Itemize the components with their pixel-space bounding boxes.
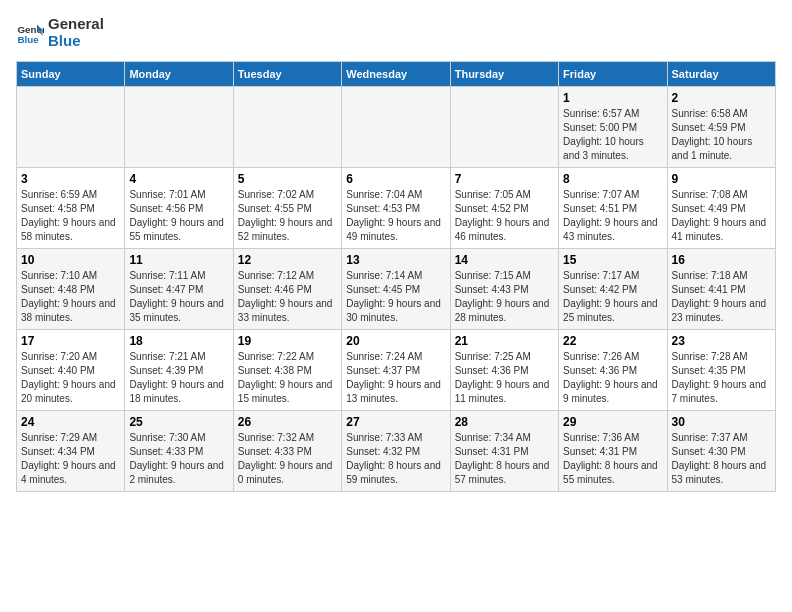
col-header-thursday: Thursday [450,62,558,87]
calendar-cell: 18Sunrise: 7:21 AM Sunset: 4:39 PM Dayli… [125,330,233,411]
day-number: 1 [563,91,662,105]
calendar-cell: 17Sunrise: 7:20 AM Sunset: 4:40 PM Dayli… [17,330,125,411]
calendar-week-5: 24Sunrise: 7:29 AM Sunset: 4:34 PM Dayli… [17,411,776,492]
logo: General Blue General Blue [16,16,104,49]
day-number: 22 [563,334,662,348]
calendar-cell: 21Sunrise: 7:25 AM Sunset: 4:36 PM Dayli… [450,330,558,411]
day-info: Sunrise: 6:57 AM Sunset: 5:00 PM Dayligh… [563,107,662,163]
day-number: 12 [238,253,337,267]
day-info: Sunrise: 7:29 AM Sunset: 4:34 PM Dayligh… [21,431,120,487]
calendar-week-4: 17Sunrise: 7:20 AM Sunset: 4:40 PM Dayli… [17,330,776,411]
col-header-sunday: Sunday [17,62,125,87]
logo-blue: Blue [48,33,104,50]
calendar-cell: 10Sunrise: 7:10 AM Sunset: 4:48 PM Dayli… [17,249,125,330]
day-info: Sunrise: 7:07 AM Sunset: 4:51 PM Dayligh… [563,188,662,244]
day-info: Sunrise: 7:01 AM Sunset: 4:56 PM Dayligh… [129,188,228,244]
col-header-saturday: Saturday [667,62,775,87]
calendar-week-1: 1Sunrise: 6:57 AM Sunset: 5:00 PM Daylig… [17,87,776,168]
day-info: Sunrise: 7:04 AM Sunset: 4:53 PM Dayligh… [346,188,445,244]
day-number: 13 [346,253,445,267]
day-info: Sunrise: 7:24 AM Sunset: 4:37 PM Dayligh… [346,350,445,406]
day-info: Sunrise: 7:10 AM Sunset: 4:48 PM Dayligh… [21,269,120,325]
calendar-cell: 12Sunrise: 7:12 AM Sunset: 4:46 PM Dayli… [233,249,341,330]
calendar-cell: 25Sunrise: 7:30 AM Sunset: 4:33 PM Dayli… [125,411,233,492]
day-info: Sunrise: 7:33 AM Sunset: 4:32 PM Dayligh… [346,431,445,487]
calendar-cell [17,87,125,168]
day-info: Sunrise: 7:14 AM Sunset: 4:45 PM Dayligh… [346,269,445,325]
calendar-cell: 28Sunrise: 7:34 AM Sunset: 4:31 PM Dayli… [450,411,558,492]
day-number: 30 [672,415,771,429]
calendar-cell: 14Sunrise: 7:15 AM Sunset: 4:43 PM Dayli… [450,249,558,330]
calendar-cell: 3Sunrise: 6:59 AM Sunset: 4:58 PM Daylig… [17,168,125,249]
calendar-cell: 22Sunrise: 7:26 AM Sunset: 4:36 PM Dayli… [559,330,667,411]
calendar-cell: 15Sunrise: 7:17 AM Sunset: 4:42 PM Dayli… [559,249,667,330]
calendar-cell: 26Sunrise: 7:32 AM Sunset: 4:33 PM Dayli… [233,411,341,492]
calendar-cell [125,87,233,168]
calendar-cell: 23Sunrise: 7:28 AM Sunset: 4:35 PM Dayli… [667,330,775,411]
calendar-cell: 2Sunrise: 6:58 AM Sunset: 4:59 PM Daylig… [667,87,775,168]
day-info: Sunrise: 7:02 AM Sunset: 4:55 PM Dayligh… [238,188,337,244]
day-info: Sunrise: 7:20 AM Sunset: 4:40 PM Dayligh… [21,350,120,406]
logo-general: General [48,16,104,33]
day-info: Sunrise: 7:15 AM Sunset: 4:43 PM Dayligh… [455,269,554,325]
day-number: 6 [346,172,445,186]
calendar-cell: 8Sunrise: 7:07 AM Sunset: 4:51 PM Daylig… [559,168,667,249]
day-info: Sunrise: 7:12 AM Sunset: 4:46 PM Dayligh… [238,269,337,325]
calendar-cell: 19Sunrise: 7:22 AM Sunset: 4:38 PM Dayli… [233,330,341,411]
day-info: Sunrise: 7:36 AM Sunset: 4:31 PM Dayligh… [563,431,662,487]
day-number: 17 [21,334,120,348]
calendar-cell: 4Sunrise: 7:01 AM Sunset: 4:56 PM Daylig… [125,168,233,249]
day-number: 19 [238,334,337,348]
day-info: Sunrise: 7:18 AM Sunset: 4:41 PM Dayligh… [672,269,771,325]
col-header-friday: Friday [559,62,667,87]
calendar-header-row: SundayMondayTuesdayWednesdayThursdayFrid… [17,62,776,87]
col-header-monday: Monday [125,62,233,87]
calendar-cell: 13Sunrise: 7:14 AM Sunset: 4:45 PM Dayli… [342,249,450,330]
calendar-cell: 20Sunrise: 7:24 AM Sunset: 4:37 PM Dayli… [342,330,450,411]
day-number: 20 [346,334,445,348]
day-info: Sunrise: 7:32 AM Sunset: 4:33 PM Dayligh… [238,431,337,487]
logo-icon: General Blue [16,19,44,47]
calendar-table: SundayMondayTuesdayWednesdayThursdayFrid… [16,61,776,492]
day-number: 10 [21,253,120,267]
day-info: Sunrise: 7:05 AM Sunset: 4:52 PM Dayligh… [455,188,554,244]
calendar-week-2: 3Sunrise: 6:59 AM Sunset: 4:58 PM Daylig… [17,168,776,249]
calendar-cell: 16Sunrise: 7:18 AM Sunset: 4:41 PM Dayli… [667,249,775,330]
day-number: 27 [346,415,445,429]
day-info: Sunrise: 7:21 AM Sunset: 4:39 PM Dayligh… [129,350,228,406]
calendar-cell: 24Sunrise: 7:29 AM Sunset: 4:34 PM Dayli… [17,411,125,492]
calendar-cell [233,87,341,168]
day-info: Sunrise: 7:11 AM Sunset: 4:47 PM Dayligh… [129,269,228,325]
day-number: 15 [563,253,662,267]
day-info: Sunrise: 7:37 AM Sunset: 4:30 PM Dayligh… [672,431,771,487]
calendar-cell: 9Sunrise: 7:08 AM Sunset: 4:49 PM Daylig… [667,168,775,249]
day-number: 24 [21,415,120,429]
day-number: 21 [455,334,554,348]
col-header-tuesday: Tuesday [233,62,341,87]
day-info: Sunrise: 7:25 AM Sunset: 4:36 PM Dayligh… [455,350,554,406]
calendar-cell: 1Sunrise: 6:57 AM Sunset: 5:00 PM Daylig… [559,87,667,168]
day-number: 29 [563,415,662,429]
calendar-cell: 11Sunrise: 7:11 AM Sunset: 4:47 PM Dayli… [125,249,233,330]
day-info: Sunrise: 7:30 AM Sunset: 4:33 PM Dayligh… [129,431,228,487]
day-number: 26 [238,415,337,429]
day-number: 25 [129,415,228,429]
day-info: Sunrise: 7:17 AM Sunset: 4:42 PM Dayligh… [563,269,662,325]
day-number: 14 [455,253,554,267]
calendar-cell: 27Sunrise: 7:33 AM Sunset: 4:32 PM Dayli… [342,411,450,492]
day-number: 11 [129,253,228,267]
day-number: 7 [455,172,554,186]
day-info: Sunrise: 7:34 AM Sunset: 4:31 PM Dayligh… [455,431,554,487]
calendar-cell: 5Sunrise: 7:02 AM Sunset: 4:55 PM Daylig… [233,168,341,249]
day-number: 23 [672,334,771,348]
calendar-cell: 29Sunrise: 7:36 AM Sunset: 4:31 PM Dayli… [559,411,667,492]
day-number: 5 [238,172,337,186]
col-header-wednesday: Wednesday [342,62,450,87]
day-number: 2 [672,91,771,105]
day-number: 4 [129,172,228,186]
calendar-cell: 6Sunrise: 7:04 AM Sunset: 4:53 PM Daylig… [342,168,450,249]
day-number: 18 [129,334,228,348]
day-number: 3 [21,172,120,186]
day-info: Sunrise: 7:22 AM Sunset: 4:38 PM Dayligh… [238,350,337,406]
day-number: 16 [672,253,771,267]
